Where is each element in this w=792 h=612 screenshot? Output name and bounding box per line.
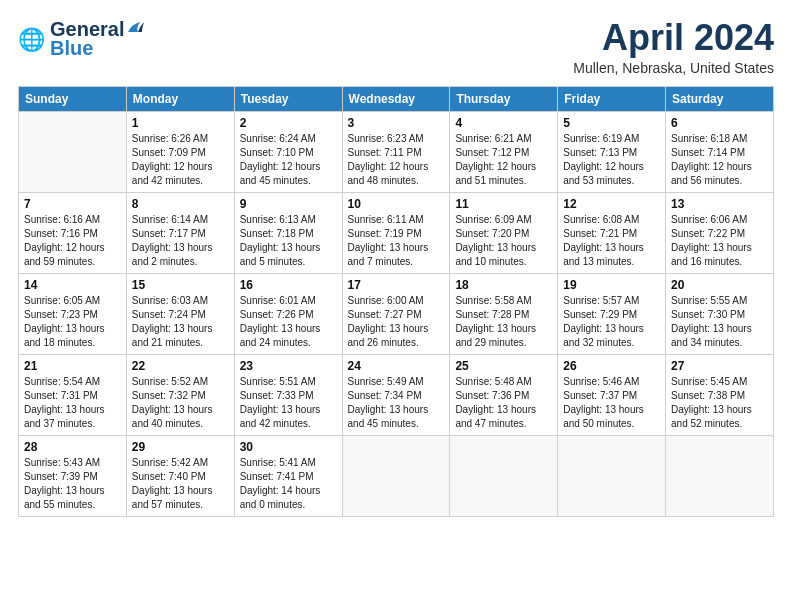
day-number: 15 xyxy=(132,278,229,292)
day-info: Sunrise: 6:08 AM Sunset: 7:21 PM Dayligh… xyxy=(563,213,660,269)
cell-content: 1Sunrise: 6:26 AM Sunset: 7:09 PM Daylig… xyxy=(132,116,229,188)
cell-content: 3Sunrise: 6:23 AM Sunset: 7:11 PM Daylig… xyxy=(348,116,445,188)
day-info: Sunrise: 6:06 AM Sunset: 7:22 PM Dayligh… xyxy=(671,213,768,269)
cell-content: 9Sunrise: 6:13 AM Sunset: 7:18 PM Daylig… xyxy=(240,197,337,269)
cell-content: 2Sunrise: 6:24 AM Sunset: 7:10 PM Daylig… xyxy=(240,116,337,188)
day-number: 23 xyxy=(240,359,337,373)
day-info: Sunrise: 6:05 AM Sunset: 7:23 PM Dayligh… xyxy=(24,294,121,350)
day-number: 9 xyxy=(240,197,337,211)
calendar-cell: 5Sunrise: 6:19 AM Sunset: 7:13 PM Daylig… xyxy=(558,111,666,192)
day-info: Sunrise: 5:51 AM Sunset: 7:33 PM Dayligh… xyxy=(240,375,337,431)
day-number: 6 xyxy=(671,116,768,130)
day-info: Sunrise: 6:19 AM Sunset: 7:13 PM Dayligh… xyxy=(563,132,660,188)
cell-content: 22Sunrise: 5:52 AM Sunset: 7:32 PM Dayli… xyxy=(132,359,229,431)
cell-content: 27Sunrise: 5:45 AM Sunset: 7:38 PM Dayli… xyxy=(671,359,768,431)
calendar-cell: 6Sunrise: 6:18 AM Sunset: 7:14 PM Daylig… xyxy=(666,111,774,192)
cell-content: 14Sunrise: 6:05 AM Sunset: 7:23 PM Dayli… xyxy=(24,278,121,350)
day-info: Sunrise: 6:03 AM Sunset: 7:24 PM Dayligh… xyxy=(132,294,229,350)
cell-content: 16Sunrise: 6:01 AM Sunset: 7:26 PM Dayli… xyxy=(240,278,337,350)
day-number: 1 xyxy=(132,116,229,130)
calendar-cell: 8Sunrise: 6:14 AM Sunset: 7:17 PM Daylig… xyxy=(126,192,234,273)
day-info: Sunrise: 6:00 AM Sunset: 7:27 PM Dayligh… xyxy=(348,294,445,350)
header-wednesday: Wednesday xyxy=(342,86,450,111)
calendar-cell: 1Sunrise: 6:26 AM Sunset: 7:09 PM Daylig… xyxy=(126,111,234,192)
calendar-cell xyxy=(558,435,666,516)
day-info: Sunrise: 6:18 AM Sunset: 7:14 PM Dayligh… xyxy=(671,132,768,188)
cell-content: 8Sunrise: 6:14 AM Sunset: 7:17 PM Daylig… xyxy=(132,197,229,269)
calendar-cell: 13Sunrise: 6:06 AM Sunset: 7:22 PM Dayli… xyxy=(666,192,774,273)
day-number: 24 xyxy=(348,359,445,373)
calendar-cell: 24Sunrise: 5:49 AM Sunset: 7:34 PM Dayli… xyxy=(342,354,450,435)
calendar-cell: 12Sunrise: 6:08 AM Sunset: 7:21 PM Dayli… xyxy=(558,192,666,273)
calendar-cell: 25Sunrise: 5:48 AM Sunset: 7:36 PM Dayli… xyxy=(450,354,558,435)
day-number: 22 xyxy=(132,359,229,373)
day-number: 19 xyxy=(563,278,660,292)
header-friday: Friday xyxy=(558,86,666,111)
day-info: Sunrise: 5:52 AM Sunset: 7:32 PM Dayligh… xyxy=(132,375,229,431)
calendar-cell: 16Sunrise: 6:01 AM Sunset: 7:26 PM Dayli… xyxy=(234,273,342,354)
day-info: Sunrise: 5:55 AM Sunset: 7:30 PM Dayligh… xyxy=(671,294,768,350)
cell-content: 23Sunrise: 5:51 AM Sunset: 7:33 PM Dayli… xyxy=(240,359,337,431)
day-number: 8 xyxy=(132,197,229,211)
header-monday: Monday xyxy=(126,86,234,111)
day-number: 2 xyxy=(240,116,337,130)
calendar-cell: 14Sunrise: 6:05 AM Sunset: 7:23 PM Dayli… xyxy=(19,273,127,354)
cell-content: 18Sunrise: 5:58 AM Sunset: 7:28 PM Dayli… xyxy=(455,278,552,350)
day-info: Sunrise: 5:54 AM Sunset: 7:31 PM Dayligh… xyxy=(24,375,121,431)
day-info: Sunrise: 6:21 AM Sunset: 7:12 PM Dayligh… xyxy=(455,132,552,188)
calendar-cell: 10Sunrise: 6:11 AM Sunset: 7:19 PM Dayli… xyxy=(342,192,450,273)
day-number: 13 xyxy=(671,197,768,211)
calendar-cell: 19Sunrise: 5:57 AM Sunset: 7:29 PM Dayli… xyxy=(558,273,666,354)
day-number: 17 xyxy=(348,278,445,292)
day-number: 4 xyxy=(455,116,552,130)
logo-bird-icon: 🌐 xyxy=(18,25,46,53)
day-info: Sunrise: 5:58 AM Sunset: 7:28 PM Dayligh… xyxy=(455,294,552,350)
day-info: Sunrise: 6:14 AM Sunset: 7:17 PM Dayligh… xyxy=(132,213,229,269)
calendar-header-row: Sunday Monday Tuesday Wednesday Thursday… xyxy=(19,86,774,111)
cell-content: 11Sunrise: 6:09 AM Sunset: 7:20 PM Dayli… xyxy=(455,197,552,269)
day-number: 3 xyxy=(348,116,445,130)
day-number: 16 xyxy=(240,278,337,292)
calendar-cell: 9Sunrise: 6:13 AM Sunset: 7:18 PM Daylig… xyxy=(234,192,342,273)
day-number: 28 xyxy=(24,440,121,454)
logo: 🌐 General Blue xyxy=(18,18,144,60)
cell-content: 28Sunrise: 5:43 AM Sunset: 7:39 PM Dayli… xyxy=(24,440,121,512)
day-number: 10 xyxy=(348,197,445,211)
cell-content: 12Sunrise: 6:08 AM Sunset: 7:21 PM Dayli… xyxy=(563,197,660,269)
day-number: 25 xyxy=(455,359,552,373)
calendar-cell: 15Sunrise: 6:03 AM Sunset: 7:24 PM Dayli… xyxy=(126,273,234,354)
day-info: Sunrise: 6:24 AM Sunset: 7:10 PM Dayligh… xyxy=(240,132,337,188)
calendar-cell: 2Sunrise: 6:24 AM Sunset: 7:10 PM Daylig… xyxy=(234,111,342,192)
calendar-cell: 22Sunrise: 5:52 AM Sunset: 7:32 PM Dayli… xyxy=(126,354,234,435)
calendar-cell: 28Sunrise: 5:43 AM Sunset: 7:39 PM Dayli… xyxy=(19,435,127,516)
week-row-1: 1Sunrise: 6:26 AM Sunset: 7:09 PM Daylig… xyxy=(19,111,774,192)
day-number: 12 xyxy=(563,197,660,211)
calendar-cell: 4Sunrise: 6:21 AM Sunset: 7:12 PM Daylig… xyxy=(450,111,558,192)
day-info: Sunrise: 5:48 AM Sunset: 7:36 PM Dayligh… xyxy=(455,375,552,431)
main-title: April 2024 xyxy=(573,18,774,58)
day-info: Sunrise: 6:11 AM Sunset: 7:19 PM Dayligh… xyxy=(348,213,445,269)
cell-content: 26Sunrise: 5:46 AM Sunset: 7:37 PM Dayli… xyxy=(563,359,660,431)
header-saturday: Saturday xyxy=(666,86,774,111)
title-block: April 2024 Mullen, Nebraska, United Stat… xyxy=(573,18,774,76)
subtitle: Mullen, Nebraska, United States xyxy=(573,60,774,76)
day-info: Sunrise: 6:23 AM Sunset: 7:11 PM Dayligh… xyxy=(348,132,445,188)
cell-content: 29Sunrise: 5:42 AM Sunset: 7:40 PM Dayli… xyxy=(132,440,229,512)
cell-content: 5Sunrise: 6:19 AM Sunset: 7:13 PM Daylig… xyxy=(563,116,660,188)
calendar-cell: 3Sunrise: 6:23 AM Sunset: 7:11 PM Daylig… xyxy=(342,111,450,192)
calendar-cell xyxy=(450,435,558,516)
cell-content: 30Sunrise: 5:41 AM Sunset: 7:41 PM Dayli… xyxy=(240,440,337,512)
week-row-4: 21Sunrise: 5:54 AM Sunset: 7:31 PM Dayli… xyxy=(19,354,774,435)
day-info: Sunrise: 5:41 AM Sunset: 7:41 PM Dayligh… xyxy=(240,456,337,512)
calendar-table: Sunday Monday Tuesday Wednesday Thursday… xyxy=(18,86,774,517)
calendar-cell: 20Sunrise: 5:55 AM Sunset: 7:30 PM Dayli… xyxy=(666,273,774,354)
svg-text:🌐: 🌐 xyxy=(18,26,46,53)
calendar-cell: 23Sunrise: 5:51 AM Sunset: 7:33 PM Dayli… xyxy=(234,354,342,435)
day-info: Sunrise: 5:49 AM Sunset: 7:34 PM Dayligh… xyxy=(348,375,445,431)
calendar-cell xyxy=(342,435,450,516)
week-row-3: 14Sunrise: 6:05 AM Sunset: 7:23 PM Dayli… xyxy=(19,273,774,354)
day-info: Sunrise: 5:42 AM Sunset: 7:40 PM Dayligh… xyxy=(132,456,229,512)
day-number: 26 xyxy=(563,359,660,373)
header-thursday: Thursday xyxy=(450,86,558,111)
cell-content: 6Sunrise: 6:18 AM Sunset: 7:14 PM Daylig… xyxy=(671,116,768,188)
